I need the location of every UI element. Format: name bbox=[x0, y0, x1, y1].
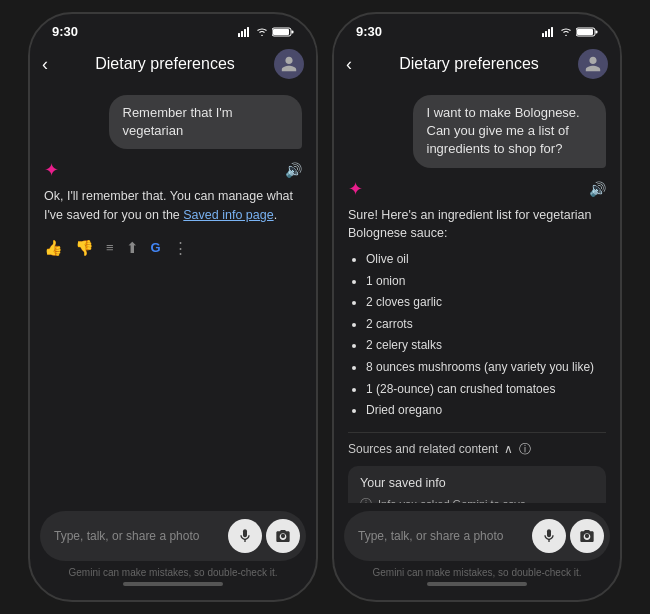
saved-info-row-icon: ⓘ bbox=[360, 496, 372, 503]
list-item: 2 carrots bbox=[366, 314, 606, 336]
ai-header-right: ✦ 🔊 bbox=[348, 178, 606, 200]
phone-left: 9:30 bbox=[28, 12, 318, 602]
mic-icon-right bbox=[541, 528, 557, 544]
status-bar-left: 9:30 bbox=[30, 14, 316, 43]
camera-icon-left bbox=[275, 528, 291, 544]
list-item: 8 ounces mushrooms (any variety you like… bbox=[366, 357, 606, 379]
saved-info-title: Your saved info bbox=[360, 476, 594, 490]
avatar-right[interactable] bbox=[578, 49, 608, 79]
ai-response-right: ✦ 🔊 Sure! Here's an ingredient list for … bbox=[348, 178, 606, 422]
bottom-area-left: Type, talk, or share a photo bbox=[30, 503, 316, 600]
action-row-left: 👍 👎 ≡ ⬆ G ⋮ bbox=[44, 235, 302, 261]
saved-info-row: ⓘ Info you asked Gemini to save bbox=[360, 496, 594, 503]
ai-header-left: ✦ 🔊 bbox=[44, 159, 302, 181]
sources-info-icon: ⓘ bbox=[519, 441, 531, 458]
app-header-left: ‹ Dietary preferences bbox=[30, 43, 316, 85]
svg-rect-13 bbox=[596, 30, 598, 33]
input-actions-right bbox=[532, 519, 604, 553]
ai-response-left: ✦ 🔊 Ok, I'll remember that. You can mana… bbox=[44, 159, 302, 225]
thumbs-up-left[interactable]: 👍 bbox=[44, 239, 63, 257]
svg-rect-3 bbox=[247, 27, 249, 37]
input-bar-right: Type, talk, or share a photo bbox=[344, 511, 610, 561]
svg-rect-8 bbox=[545, 31, 547, 37]
thumbs-down-left[interactable]: 👎 bbox=[75, 239, 94, 257]
back-button-left[interactable]: ‹ bbox=[42, 54, 48, 75]
list-item: 1 (28-ounce) can crushed tomatoes bbox=[366, 379, 606, 401]
user-message-left: Remember that I'm vegetarian bbox=[109, 95, 303, 149]
bottom-area-right: Type, talk, or share a photo bbox=[334, 503, 620, 600]
home-bar-left bbox=[123, 582, 223, 586]
status-icons-right bbox=[542, 27, 598, 37]
status-time-right: 9:30 bbox=[356, 24, 382, 39]
svg-rect-2 bbox=[244, 29, 246, 37]
svg-rect-6 bbox=[292, 30, 294, 33]
share-left[interactable]: ⬆ bbox=[126, 239, 139, 257]
ai-list-right: Olive oil 1 onion 2 cloves garlic 2 carr… bbox=[348, 249, 606, 422]
header-title-right: Dietary preferences bbox=[360, 55, 578, 73]
phone-right: 9:30 bbox=[332, 12, 622, 602]
avatar-icon-right bbox=[584, 55, 602, 73]
chevron-icon: ∧ bbox=[504, 442, 513, 456]
svg-rect-9 bbox=[548, 29, 550, 37]
app-header-right: ‹ Dietary preferences bbox=[334, 43, 620, 85]
input-bar-left: Type, talk, or share a photo bbox=[40, 511, 306, 561]
input-placeholder-right[interactable]: Type, talk, or share a photo bbox=[358, 529, 526, 543]
svg-rect-7 bbox=[542, 33, 544, 37]
status-icons-left bbox=[238, 27, 294, 37]
phones-container: 9:30 bbox=[18, 2, 632, 612]
signal-icon bbox=[238, 27, 252, 37]
mic-button-left[interactable] bbox=[228, 519, 262, 553]
sources-header[interactable]: Sources and related content ∧ ⓘ bbox=[348, 441, 606, 458]
ai-text-left: Ok, I'll remember that. You can manage w… bbox=[44, 187, 302, 225]
list-item: 2 cloves garlic bbox=[366, 292, 606, 314]
status-bar-right: 9:30 bbox=[334, 14, 620, 43]
sources-label: Sources and related content bbox=[348, 442, 498, 456]
speaker-icon-left[interactable]: 🔊 bbox=[285, 162, 302, 178]
camera-icon-right bbox=[579, 528, 595, 544]
input-placeholder-left[interactable]: Type, talk, or share a photo bbox=[54, 529, 222, 543]
disclaimer-right: Gemini can make mistakes, so double-chec… bbox=[344, 567, 610, 578]
saved-info-link[interactable]: Saved info page bbox=[183, 208, 273, 222]
svg-rect-1 bbox=[241, 31, 243, 37]
sources-section: Sources and related content ∧ ⓘ Your sav… bbox=[348, 432, 606, 503]
chat-area-left: Remember that I'm vegetarian ✦ 🔊 Ok, I'l… bbox=[30, 85, 316, 503]
svg-rect-10 bbox=[551, 27, 553, 37]
speaker-icon-right[interactable]: 🔊 bbox=[589, 181, 606, 197]
chat-area-right: I want to make Bolognese. Can you give m… bbox=[334, 85, 620, 503]
wifi-icon-right bbox=[560, 27, 572, 36]
status-time-left: 9:30 bbox=[52, 24, 78, 39]
svg-rect-0 bbox=[238, 33, 240, 37]
wifi-icon bbox=[256, 27, 268, 36]
gemini-star-right: ✦ bbox=[348, 178, 363, 200]
list-item: Dried oregano bbox=[366, 400, 606, 422]
disclaimer-left: Gemini can make mistakes, so double-chec… bbox=[40, 567, 306, 578]
gemini-star-left: ✦ bbox=[44, 159, 59, 181]
user-message-right: I want to make Bolognese. Can you give m… bbox=[413, 95, 607, 168]
saved-info-card: Your saved info ⓘ Info you asked Gemini … bbox=[348, 466, 606, 503]
camera-button-left[interactable] bbox=[266, 519, 300, 553]
svg-rect-12 bbox=[577, 29, 593, 35]
back-button-right[interactable]: ‹ bbox=[346, 54, 352, 75]
avatar-left[interactable] bbox=[274, 49, 304, 79]
more-left[interactable]: ⋮ bbox=[173, 239, 188, 257]
signal-icon-right bbox=[542, 27, 556, 37]
battery-icon-right bbox=[576, 27, 598, 37]
mic-button-right[interactable] bbox=[532, 519, 566, 553]
ai-intro-right: Sure! Here's an ingredient list for vege… bbox=[348, 206, 606, 244]
home-bar-right bbox=[427, 582, 527, 586]
list-item: 1 onion bbox=[366, 271, 606, 293]
header-title-left: Dietary preferences bbox=[56, 55, 274, 73]
input-actions-left bbox=[228, 519, 300, 553]
list-item: 2 celery stalks bbox=[366, 335, 606, 357]
svg-rect-5 bbox=[273, 29, 289, 35]
camera-button-right[interactable] bbox=[570, 519, 604, 553]
battery-icon bbox=[272, 27, 294, 37]
list-item: Olive oil bbox=[366, 249, 606, 271]
google-g-left[interactable]: G bbox=[151, 240, 161, 255]
avatar-icon-left bbox=[280, 55, 298, 73]
format-left[interactable]: ≡ bbox=[106, 240, 114, 255]
mic-icon-left bbox=[237, 528, 253, 544]
